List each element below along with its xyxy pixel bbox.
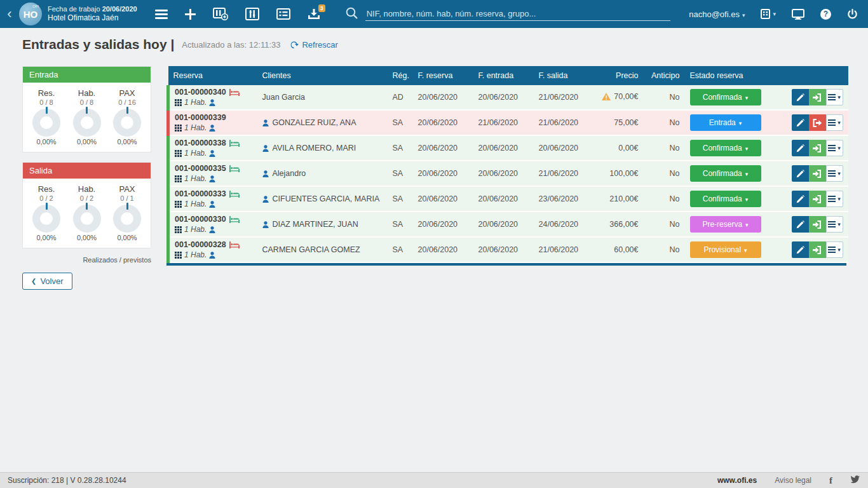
reservation-row[interactable]: 001-00000328 1 Hab. CARMEN GARCIA GOMEZ …	[168, 237, 848, 262]
estado-dropdown[interactable]: Confirmada▾	[690, 140, 761, 156]
booking-add-icon[interactable]	[213, 8, 228, 20]
help-icon[interactable]: ?	[820, 9, 831, 20]
gauge-tick	[46, 107, 48, 114]
column-header[interactable]: Reserva	[168, 66, 257, 85]
estado-dropdown[interactable]: Confirmada▾	[690, 165, 761, 182]
panels-caption: Realizados / previstos	[22, 256, 151, 264]
cell-regimen: AD	[388, 85, 413, 110]
column-header[interactable]: F. reserva	[413, 66, 473, 85]
cell-reserva[interactable]: 001-00000330 1 Hab.	[168, 212, 257, 237]
checkin-icon	[813, 220, 822, 229]
column-header[interactable]: Precio	[590, 66, 644, 85]
bed-icon	[229, 140, 240, 147]
hotel-brand[interactable]: Fecha de trabajo 20/06/2020 Hotel Ofimat…	[48, 5, 137, 24]
column-header[interactable]: Anticipo	[644, 66, 685, 85]
column-header[interactable]: F. salida	[534, 66, 590, 85]
top-navbar: ‹ OFI HO Fecha de trabajo 20/06/2020 Hot…	[0, 0, 868, 28]
rooms-grid-icon	[175, 201, 182, 208]
edit-icon	[796, 119, 804, 127]
reservation-id: 001-00000340	[175, 88, 226, 97]
new-reservation-icon[interactable]	[185, 9, 196, 20]
app-logo[interactable]: OFI HO	[19, 3, 42, 25]
column-header[interactable]	[771, 66, 848, 85]
reservation-row[interactable]: 001-00000338 1 Hab. AVILA ROMERO, MARI S…	[168, 135, 848, 161]
cell-regimen: SA	[388, 212, 413, 237]
cell-f-salida: 21/06/2020	[534, 237, 590, 262]
row-menu-button[interactable]: ▾	[826, 165, 843, 182]
edit-button[interactable]	[792, 241, 809, 258]
estado-dropdown[interactable]: Provisional▾	[690, 241, 761, 258]
planning-list-icon[interactable]	[276, 8, 290, 20]
estado-dropdown[interactable]: Confirmada▾	[690, 89, 761, 105]
twitter-icon[interactable]	[850, 475, 860, 486]
downloads-icon[interactable]: 3	[308, 9, 320, 20]
row-menu-button[interactable]: ▾	[826, 191, 843, 207]
client-name: Juan Garcia	[262, 93, 305, 102]
gauge-donut	[73, 205, 101, 233]
reservation-row[interactable]: 001-00000335 1 Hab. Alejandro SA 20/06/2…	[168, 161, 848, 186]
checkin-button[interactable]	[809, 216, 826, 233]
reservation-id: 001-00000338	[175, 139, 226, 147]
row-menu-button[interactable]: ▾	[826, 89, 843, 105]
legal-link[interactable]: Aviso legal	[775, 476, 811, 485]
checkin-button[interactable]	[809, 241, 826, 258]
cell-reserva[interactable]: 001-00000339 1 Hab.	[168, 110, 257, 135]
monitor-icon[interactable]	[792, 9, 804, 20]
gauge-hab: Hab. 0 / 8 0,00%	[67, 88, 107, 146]
estado-dropdown[interactable]: Confirmada▾	[690, 191, 761, 207]
checkin-button[interactable]	[809, 89, 826, 105]
cell-estado: Confirmada▾	[685, 186, 771, 212]
row-menu-button[interactable]: ▾	[826, 216, 843, 233]
cell-anticipo: No	[644, 237, 685, 262]
cell-reserva[interactable]: 001-00000338 1 Hab.	[168, 135, 257, 161]
power-icon[interactable]	[847, 9, 858, 20]
estado-label: Provisional	[703, 245, 741, 254]
reservation-row[interactable]: 001-00000333 1 Hab. CIFUENTES GARCIA, MA…	[168, 186, 848, 212]
site-link[interactable]: www.ofi.es	[717, 476, 757, 485]
edit-button[interactable]	[792, 216, 809, 233]
cell-reserva[interactable]: 001-00000333 1 Hab.	[168, 186, 257, 212]
estado-dropdown[interactable]: Pre-reserva▾	[690, 216, 761, 233]
room-rack-icon[interactable]	[245, 8, 259, 20]
property-selector[interactable]: ▾	[761, 9, 776, 19]
edit-button[interactable]	[792, 165, 809, 182]
facebook-icon[interactable]: f	[829, 475, 832, 486]
checkin-button[interactable]	[809, 165, 826, 182]
volver-button[interactable]: ❮ Volver	[22, 273, 72, 290]
edit-button[interactable]	[792, 114, 809, 131]
menu-icon[interactable]	[155, 10, 168, 19]
column-header[interactable]: Clientes	[257, 66, 388, 85]
gauge-donut	[32, 205, 60, 233]
cell-f-salida: 23/06/2020	[534, 186, 590, 212]
edit-button[interactable]	[792, 191, 809, 207]
checkin-button[interactable]	[809, 140, 826, 156]
checkout-button[interactable]	[809, 114, 826, 131]
checkin-icon	[813, 93, 822, 102]
row-menu-button[interactable]: ▾	[826, 140, 843, 156]
refresh-link[interactable]: Refrescar	[289, 40, 337, 50]
edit-button[interactable]	[792, 89, 809, 105]
back-button[interactable]: ‹	[0, 1, 19, 27]
estado-label: Pre-reserva	[702, 220, 742, 229]
estado-dropdown[interactable]: Entrada▾	[690, 114, 761, 131]
person-icon	[262, 221, 269, 228]
gauge-label: Hab.	[67, 88, 107, 98]
reservation-row[interactable]: 001-00000339 1 Hab. GONZALEZ RUIZ, ANA S…	[168, 110, 848, 135]
cell-reserva[interactable]: 001-00000340 1 Hab.	[168, 85, 257, 110]
search-input[interactable]	[365, 7, 670, 21]
cell-reserva[interactable]: 001-00000335 1 Hab.	[168, 161, 257, 186]
reservation-id: 001-00000335	[175, 164, 226, 173]
checkin-button[interactable]	[809, 191, 826, 207]
reservation-row[interactable]: 001-00000330 1 Hab. DIAZ MARTINEZ, JUAN …	[168, 212, 848, 237]
reservation-row[interactable]: 001-00000340 1 Hab. Juan Garcia AD 20/06…	[168, 85, 848, 110]
edit-button[interactable]	[792, 140, 809, 156]
person-icon	[209, 252, 215, 259]
cell-f-salida: 24/06/2020	[534, 212, 590, 237]
column-header[interactable]: Estado reserva	[685, 66, 771, 85]
user-menu[interactable]: nacho@ofi.es▾	[689, 10, 745, 19]
row-menu-button[interactable]: ▾	[826, 114, 843, 131]
cell-reserva[interactable]: 001-00000328 1 Hab.	[168, 237, 257, 262]
row-menu-button[interactable]: ▾	[826, 241, 843, 258]
column-header[interactable]: F. entrada	[473, 66, 534, 85]
column-header[interactable]: Rég.	[388, 66, 413, 85]
